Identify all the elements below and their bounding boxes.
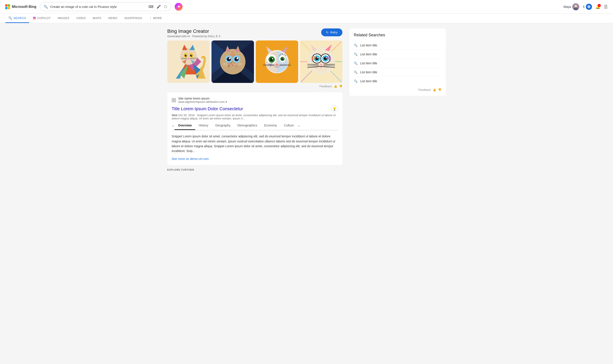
reward-badge[interactable]: B xyxy=(586,4,592,10)
related-item-5[interactable]: 🔍 List item title xyxy=(354,77,441,86)
search-input[interactable] xyxy=(50,5,146,9)
related-search-icon-3: 🔍 xyxy=(354,62,357,65)
site-favicon xyxy=(172,98,176,102)
site-name: Site name lorem ipsum xyxy=(178,97,227,100)
tab-geography[interactable]: Geography xyxy=(212,121,234,130)
search-result-card: Site name lorem ipsum www.algoloremipsum… xyxy=(167,92,342,165)
svg-point-8 xyxy=(34,18,36,20)
nav-item-images[interactable]: IMAGES xyxy=(54,14,72,23)
camera-icon-btn[interactable]: ⬡ xyxy=(163,4,167,9)
notification-bell[interactable]: 🔔 1 xyxy=(596,4,600,9)
related-item-1-label: List item title xyxy=(360,43,377,47)
tab-economy[interactable]: Economy xyxy=(261,121,280,130)
cat-image-3[interactable] xyxy=(256,40,298,83)
svg-point-24 xyxy=(191,55,192,56)
mic-icon-btn[interactable]: 🎤 xyxy=(156,4,161,9)
related-item-2-label: List item title xyxy=(360,52,377,56)
explore-further: EXPLORE FURTHER xyxy=(167,169,342,171)
svg-point-48 xyxy=(229,58,231,59)
image-grid xyxy=(167,40,342,83)
right-column: Related Searches 🔍 List item title 🔍 Lis… xyxy=(349,28,446,171)
tabs-prev-button[interactable]: ‹ xyxy=(172,122,175,130)
retry-button[interactable]: ↻ Retry xyxy=(321,28,342,36)
logo-area: Microsoft Bing xyxy=(5,4,36,9)
svg-point-1 xyxy=(574,5,577,7)
image-creator-thumbdown[interactable]: 👎 xyxy=(339,85,342,88)
see-more-link[interactable]: See more on demo-url.com xyxy=(172,157,209,161)
nav-label-video: VIDEO xyxy=(76,16,86,20)
svg-point-22 xyxy=(190,54,192,57)
nav-label-more: MORE xyxy=(153,16,162,20)
tab-content-text: Snippet Lorem ipsum dolor sit amet, cons… xyxy=(172,134,338,154)
image-creator-subtitle: Generated with AI · Powered by DALL·E 3 xyxy=(167,35,220,38)
header-right: Maya 5 B 🔔 1 ☰ xyxy=(563,3,608,10)
nav-item-shoppings[interactable]: SHOPPINGS xyxy=(121,14,145,23)
user-area: Maya xyxy=(563,3,579,10)
nav-label-search: SEARCH xyxy=(14,16,26,20)
nav-label-shoppings: SHOPPINGS xyxy=(124,16,142,20)
image-creator-thumbup[interactable]: 👍 xyxy=(334,85,337,88)
related-item-4[interactable]: 🔍 List item title xyxy=(354,68,441,77)
related-thumbdown[interactable]: 👎 xyxy=(438,88,441,91)
copilot-button[interactable]: ✦ xyxy=(175,3,183,11)
related-item-3[interactable]: 🔍 List item title xyxy=(354,59,441,68)
svg-point-21 xyxy=(185,54,187,57)
main-content: Bing Image Creator Generated with AI · P… xyxy=(162,23,451,176)
result-date-snippet: Oct 26, 2018 · Snippet Lorem ipsum dolor… xyxy=(172,114,336,120)
image-creator-feedback-label: Feedback xyxy=(319,85,332,88)
result-title-link[interactable]: Title Lorem Ipsum Dolor Consectetur xyxy=(172,106,243,111)
related-item-2[interactable]: 🔍 List item title xyxy=(354,50,441,59)
svg-point-16 xyxy=(180,48,197,65)
related-item-1[interactable]: 🔍 List item title xyxy=(354,41,441,50)
nav-label-maps: MAPS xyxy=(93,16,101,20)
svg-text:B: B xyxy=(588,6,590,8)
notification-count: 1 xyxy=(598,4,601,7)
related-feedback-label: Feedback xyxy=(418,88,431,91)
tab-overview[interactable]: Overview xyxy=(175,121,195,130)
nav-item-video[interactable]: VIDEO xyxy=(73,14,89,23)
bulb-button[interactable]: 💡 xyxy=(331,105,338,112)
cat-image-2[interactable] xyxy=(211,40,254,83)
nav-item-news[interactable]: NEWS xyxy=(105,14,120,23)
nav-item-more[interactable]: ⋮ MORE xyxy=(146,14,165,23)
avatar[interactable] xyxy=(572,3,579,10)
related-thumbup[interactable]: 👍 xyxy=(433,88,436,91)
nav-label-images: IMAGES xyxy=(58,16,69,20)
nav-item-maps[interactable]: MAPS xyxy=(90,14,104,23)
related-searches-title: Related Searches xyxy=(354,33,441,38)
related-item-4-label: List item title xyxy=(360,70,377,74)
site-info: Site name lorem ipsum www.algoloremipsum… xyxy=(172,97,338,104)
svg-point-7 xyxy=(33,18,35,20)
tab-culture[interactable]: Culture xyxy=(280,121,297,130)
image-creator-title-area: Bing Image Creator Generated with AI · P… xyxy=(167,28,220,38)
image-creator-section: Bing Image Creator Generated with AI · P… xyxy=(167,28,342,88)
dropdown-chevron-icon[interactable]: ▾ xyxy=(226,100,227,104)
tabs-next-button[interactable]: › xyxy=(297,122,300,130)
image-creator-title: Bing Image Creator xyxy=(167,28,220,34)
copilot-nav-icon xyxy=(33,16,36,20)
svg-point-49 xyxy=(236,58,238,59)
reward-count: 5 xyxy=(583,5,585,9)
search-nav-icon: 🔍 xyxy=(8,16,12,20)
result-meta: Web Oct 26, 2018 · Snippet Lorem ipsum d… xyxy=(172,114,338,120)
related-item-5-label: List item title xyxy=(360,79,377,83)
user-name: Maya xyxy=(563,5,571,9)
svg-point-70 xyxy=(283,58,284,59)
svg-point-6 xyxy=(34,17,36,18)
cat-image-1[interactable] xyxy=(167,40,210,83)
cat-image-4[interactable] xyxy=(300,40,342,83)
related-feedback-row: Feedback 👍 👎 xyxy=(354,88,441,91)
nav-item-search[interactable]: 🔍 SEARCH xyxy=(5,13,29,23)
svg-point-76 xyxy=(275,64,279,66)
search-bar[interactable]: 🔍 ⌨ 🎤 ⬡ xyxy=(40,2,171,11)
related-search-icon-2: 🔍 xyxy=(354,52,357,56)
tab-demographics[interactable]: Demographics xyxy=(234,121,260,130)
logo-text: Microsoft Bing xyxy=(12,5,36,9)
svg-point-95 xyxy=(317,57,319,58)
keyboard-icon-btn[interactable]: ⌨ xyxy=(148,4,154,9)
related-searches-card: Related Searches 🔍 List item title 🔍 Lis… xyxy=(349,28,446,96)
nav-bar: 🔍 SEARCH COPILOT IMAGES VIDEO MAPS NEWS … xyxy=(0,13,613,23)
menu-button[interactable]: ☰ xyxy=(604,4,608,9)
tab-history[interactable]: History xyxy=(195,121,212,130)
nav-item-copilot[interactable]: COPILOT xyxy=(30,13,54,23)
